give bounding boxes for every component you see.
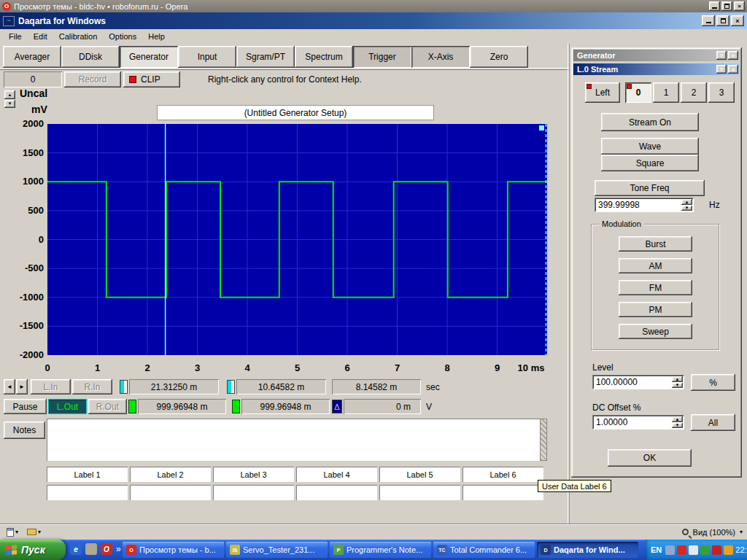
record-button[interactable]: Record [64,71,121,88]
tray-icon-5[interactable] [712,545,721,555]
left-input-button[interactable]: L.In [31,379,71,394]
user-label-value-1[interactable] [47,485,128,500]
channel-button-2[interactable]: 2 [681,82,707,103]
menu-calibration[interactable]: Calibration [53,31,104,42]
quick-launch-overflow-chevron[interactable]: » [116,544,121,554]
tab-zero[interactable]: Zero [470,46,528,68]
tab-ddisk[interactable]: DDisk [61,46,120,68]
user-label-value-2[interactable] [130,485,211,500]
dc-offset-field[interactable]: 1.00000 ▲ ▼ [592,415,684,429]
scale-down-button[interactable]: ▼ [4,100,15,109]
channel-button-left[interactable]: Left [585,82,620,103]
burst-button[interactable]: Burst [619,236,692,252]
user-label-value-4[interactable] [296,485,377,500]
stream-on-button[interactable]: Stream On [601,113,699,131]
ok-button[interactable]: OK [608,449,692,467]
tray-icon-6[interactable] [724,545,733,555]
menu-file[interactable]: File [3,31,28,42]
scale-up-button[interactable]: ▲ [4,90,15,99]
tab-x-axis[interactable]: X-Axis [411,46,470,68]
level-percent-button[interactable]: % [691,374,735,391]
tab-trigger[interactable]: Trigger [353,46,411,68]
generator-close-button[interactable]: × [728,51,738,60]
tab-sgram-pt[interactable]: Sgram/PT [236,46,295,68]
start-button[interactable]: Пуск [0,540,66,560]
clock[interactable]: 22:10 [735,545,747,554]
tray-icon-4[interactable] [700,545,710,555]
tab-input[interactable]: Input [178,46,236,68]
spin-down-button[interactable]: ▼ [672,383,683,389]
tab-averager[interactable]: Averager [3,46,61,68]
taskbar-task-просмотр-темы-b-[interactable]: OПросмотр темы - b... [123,542,224,558]
generator-help-button[interactable]: ? [716,51,727,60]
notes-scrollbar-grip[interactable] [540,419,547,461]
expand-marker-icon[interactable] [539,125,544,131]
spin-down-button[interactable]: ▼ [672,423,683,429]
tab-spectrum[interactable]: Spectrum [295,46,353,68]
menu-edit[interactable]: Edit [28,31,53,42]
taskbar-task-total-commander-6-[interactable]: TCTotal Commander 6... [433,542,535,558]
taskbar-task-daqarta-for-wind-[interactable]: DDaqarta for Wind... [537,542,638,558]
user-label-4[interactable]: Label 4 [296,467,377,482]
user-label-3[interactable]: Label 3 [213,467,294,482]
opera-minimize-button[interactable] [709,1,720,11]
notes-textarea[interactable] [47,419,540,461]
tab-generator[interactable]: Generator [120,46,178,68]
user-label-value-5[interactable] [379,485,460,500]
level-field[interactable]: 100.00000 ▲ ▼ [592,375,684,389]
user-label-6[interactable]: Label 6 [462,467,543,482]
spin-up-button[interactable]: ▲ [672,376,683,382]
step-left-button[interactable]: ◄ [4,379,15,394]
quick-launch-icon-2[interactable] [85,543,97,555]
generator-panel-titlebar[interactable]: Generator ? × [573,50,740,61]
channel-button-1[interactable]: 1 [653,82,679,103]
zoom-control[interactable]: Вид (100%) [693,528,735,537]
tone-freq-field[interactable]: 399.99998 ▲ ▼ [595,198,694,212]
channel-button-0[interactable]: 0 [625,82,651,103]
spin-up-button[interactable]: ▲ [681,199,692,205]
taskbar-task-servo-tester-231-[interactable]: ISServo_Tester_231... [226,542,328,558]
am-button[interactable]: AM [619,258,692,273]
fm-button[interactable]: FM [619,280,692,295]
menu-help[interactable]: Help [142,31,171,42]
spin-down-button[interactable]: ▼ [681,206,692,211]
stream-help-button[interactable]: ? [716,65,727,74]
tone-freq-button[interactable]: Tone Freq [595,180,705,196]
spin-up-button[interactable]: ▲ [672,416,683,422]
statusbar-panels-button[interactable]: ▾ [4,527,20,537]
user-label-5[interactable]: Label 5 [379,467,460,482]
user-label-2[interactable]: Label 2 [130,467,211,482]
stream-titlebar[interactable]: L.0 Stream ? × [573,63,740,75]
user-label-value-3[interactable] [213,485,294,500]
opera-close-button[interactable]: × [734,1,745,11]
wave-type-button[interactable]: Square [601,155,699,171]
wave-button[interactable]: Wave [601,138,699,155]
tray-icon-1[interactable] [665,545,675,555]
right-input-button[interactable]: R.In [72,379,112,394]
statusbar-folder-button[interactable]: ▾ [25,528,43,536]
user-label-value-6[interactable] [462,485,543,500]
taskbar-task-programmer-s-note-[interactable]: PProgrammer's Note... [330,542,431,558]
menu-options[interactable]: Options [103,31,142,42]
quick-launch-icon-3[interactable]: O [101,543,112,555]
oscilloscope-plot[interactable] [47,124,547,355]
pause-button[interactable]: Pause [4,399,47,414]
stream-close-button[interactable]: × [728,65,738,74]
language-indicator[interactable]: EN [651,545,662,554]
app-minimize-button[interactable] [702,15,715,26]
tray-icon-3[interactable] [689,545,698,555]
notes-button[interactable]: Notes [4,421,45,439]
user-label-1[interactable]: Label 1 [47,467,128,482]
internet-explorer-icon[interactable]: e [70,543,82,555]
tray-icon-2[interactable] [677,545,686,555]
pm-button[interactable]: PM [619,302,692,317]
dc-all-button[interactable]: All [691,414,735,431]
clip-indicator[interactable]: CLIP [123,71,180,88]
left-output-button[interactable]: L.Out [48,399,87,414]
sweep-button[interactable]: Sweep [619,324,692,339]
step-right-button[interactable]: ► [16,379,28,394]
channel-button-3[interactable]: 3 [708,82,735,103]
right-output-button[interactable]: R.Out [88,399,127,414]
app-close-button[interactable]: × [731,15,744,26]
app-maximize-button[interactable] [716,15,729,26]
